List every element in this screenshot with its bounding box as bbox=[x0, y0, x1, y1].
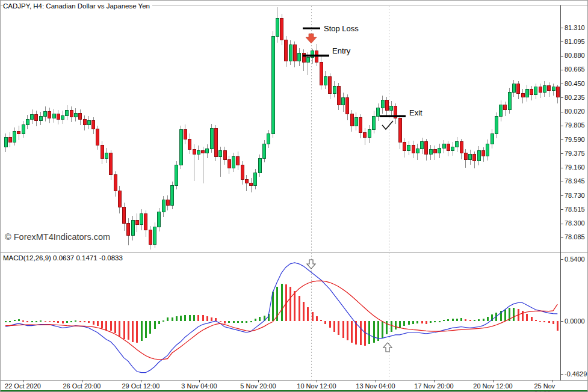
sell-arrow-icon bbox=[306, 34, 317, 43]
price-axis-label: 78.515 bbox=[565, 206, 585, 213]
time-axis-label: 5 Nov 20:00 bbox=[240, 382, 276, 390]
macd-histogram-bar bbox=[145, 321, 147, 338]
price-axis-label: 80.665 bbox=[565, 66, 585, 73]
candle-body bbox=[486, 144, 489, 156]
macd-histogram-bar bbox=[324, 321, 326, 324]
candle-body bbox=[534, 87, 537, 94]
candle-body bbox=[4, 138, 7, 147]
macd-histogram-bar bbox=[26, 321, 28, 322]
macd-histogram-bar bbox=[45, 321, 46, 322]
candle-body bbox=[179, 130, 182, 165]
macd-histogram-bar bbox=[526, 314, 528, 321]
macd-histogram-bar bbox=[172, 317, 173, 321]
candle-body bbox=[241, 165, 244, 179]
macd-histogram-bar bbox=[110, 321, 112, 331]
price-axis-label: 79.375 bbox=[565, 150, 585, 157]
macd-histogram-bar bbox=[197, 315, 199, 321]
macd-histogram-bar bbox=[228, 321, 230, 323]
candle-body bbox=[17, 131, 20, 133]
macd-histogram-bar bbox=[184, 315, 186, 321]
macd-histogram-bar bbox=[18, 319, 20, 321]
price-axis-label: 78.085 bbox=[565, 233, 585, 240]
candle-body bbox=[210, 129, 213, 149]
candle-body bbox=[416, 149, 419, 153]
candle-body bbox=[543, 85, 546, 92]
candle-body bbox=[285, 40, 288, 61]
macd-histogram-bar bbox=[211, 317, 212, 321]
candle-body bbox=[105, 153, 108, 159]
macd-histogram-bar bbox=[391, 321, 392, 332]
candle-body bbox=[140, 213, 143, 224]
macd-histogram-bar bbox=[347, 321, 348, 340]
macd-histogram-bar bbox=[40, 320, 42, 322]
candle-body bbox=[114, 175, 117, 191]
candle-body bbox=[359, 117, 362, 132]
exit-label: Exit bbox=[409, 108, 422, 117]
candle-body bbox=[521, 93, 524, 97]
macd-histogram-bar bbox=[215, 318, 217, 321]
macd-histogram-bar bbox=[447, 319, 449, 321]
candle-body bbox=[377, 108, 380, 116]
macd-histogram-bar bbox=[303, 302, 305, 321]
macd-histogram-bar bbox=[119, 321, 120, 337]
macd-histogram-bar bbox=[36, 321, 37, 322]
macd-histogram-bar bbox=[128, 321, 129, 340]
candle-body bbox=[158, 212, 161, 227]
candle-body bbox=[193, 149, 196, 155]
candle-body bbox=[491, 133, 494, 144]
macd-histogram-bar bbox=[351, 321, 353, 343]
price-axis-label: 80.020 bbox=[565, 108, 585, 115]
candle-body bbox=[96, 129, 99, 145]
candle-body bbox=[500, 105, 503, 116]
macd-histogram-bar bbox=[88, 321, 90, 323]
candle-body bbox=[227, 160, 231, 168]
macd-histogram-bar bbox=[220, 321, 221, 322]
candle-body bbox=[403, 142, 406, 150]
candle-body bbox=[52, 114, 55, 118]
time-axis-label: 3 Nov 04:00 bbox=[181, 382, 217, 390]
macd-histogram-bar bbox=[299, 296, 300, 321]
macd-histogram-bar bbox=[101, 321, 103, 328]
candle-body bbox=[175, 165, 178, 186]
candle-body bbox=[223, 150, 226, 159]
macd-histogram-bar bbox=[294, 291, 296, 321]
macd-histogram-bar bbox=[548, 321, 550, 323]
macd-histogram-bar bbox=[114, 321, 116, 333]
chart-canvas[interactable] bbox=[1, 1, 588, 392]
macd-histogram-bar bbox=[22, 320, 24, 322]
macd-histogram-bar bbox=[57, 321, 59, 323]
macd-histogram-bar bbox=[154, 321, 156, 329]
candle-body bbox=[61, 115, 64, 119]
candle-body bbox=[202, 150, 205, 153]
candle-body bbox=[350, 114, 353, 126]
entry-label: Entry bbox=[332, 46, 350, 55]
candle-body bbox=[153, 227, 156, 244]
candle-body bbox=[337, 86, 340, 105]
candle-body bbox=[118, 191, 121, 207]
candle-body bbox=[74, 114, 77, 117]
macd-down-arrow-icon bbox=[307, 260, 315, 269]
macd-histogram-bar bbox=[224, 321, 226, 323]
macd-histogram-bar bbox=[123, 321, 125, 339]
macd-histogram-bar bbox=[342, 321, 344, 338]
macd-histogram-bar bbox=[430, 321, 432, 323]
macd-histogram-bar bbox=[193, 315, 195, 321]
candle-body bbox=[530, 90, 533, 95]
candle-body bbox=[131, 220, 134, 235]
macd-histogram-bar bbox=[289, 287, 291, 321]
macd-histogram-bar bbox=[132, 321, 134, 342]
macd-histogram-bar bbox=[539, 321, 541, 322]
macd-histogram-group bbox=[5, 284, 559, 345]
price-axis-label: 79.805 bbox=[565, 121, 585, 129]
candle-body bbox=[469, 155, 472, 160]
candle-body bbox=[442, 144, 445, 148]
candle-body bbox=[263, 144, 266, 159]
macd-histogram-bar bbox=[316, 316, 318, 321]
macd-histogram-bar bbox=[412, 321, 414, 324]
price-axis-label: 78.945 bbox=[565, 177, 585, 185]
candle-body bbox=[184, 130, 187, 139]
macd-histogram-bar bbox=[416, 321, 418, 323]
candle-body bbox=[123, 207, 126, 224]
macd-histogram-bar bbox=[531, 317, 533, 321]
candle-body bbox=[79, 114, 82, 120]
